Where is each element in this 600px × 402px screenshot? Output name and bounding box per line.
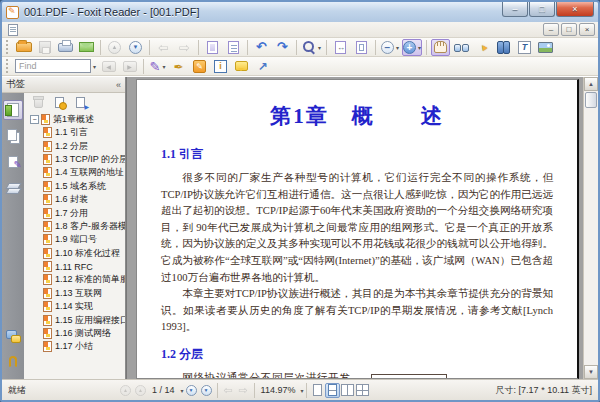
zoom-dropdown-caret[interactable]: ▾ [300,387,303,394]
pencil-tool-button[interactable] [190,58,209,75]
minimize-button[interactable]: – [502,2,528,17]
layout-single-button[interactable] [310,383,325,398]
dropdown-caret[interactable]: ▾ [318,44,321,51]
toolbar-separator [143,59,144,74]
status-back-button [221,383,236,398]
menu-item[interactable] [57,24,69,38]
bookmark-item[interactable]: 1.13 互联网 [43,287,125,300]
dropdown-caret[interactable]: ▾ [162,63,165,70]
bookmark-item[interactable]: 1.3 TCP/IP 的分层 [43,153,125,166]
open-file-button[interactable] [14,39,33,56]
menu-item[interactable] [69,24,81,38]
status-forward-icon [238,385,247,396]
zoom-level-display[interactable]: 114.97% [261,385,296,395]
menu-item[interactable] [81,24,93,38]
attachments-tab-button[interactable] [3,352,23,372]
zoom-in-icon [403,41,416,54]
email-button[interactable] [77,39,96,56]
find-nav-icons [98,58,140,75]
scrollbar-thumb[interactable] [585,92,597,108]
pages-tab-button[interactable] [3,126,23,146]
find-input[interactable] [15,59,91,73]
zoom-in-button[interactable]: ▾ [402,39,422,56]
layout-continuous-facing-icon [356,384,369,396]
scroll-down-arrow[interactable]: ▼ [584,365,598,379]
bookmark-page-icon [43,194,52,205]
zoom-tool-button[interactable]: ▾ [301,39,322,56]
bookmark-item[interactable]: 1.2 分层 [43,139,125,152]
child-close-button[interactable]: × [579,23,595,36]
toolbar-separator [149,40,150,55]
note-tool-button[interactable] [232,58,251,75]
collapse-sidebar-button[interactable]: « [116,80,121,90]
bookmark-item[interactable]: 1.11 RFC [43,260,125,273]
text-viewer-button[interactable] [224,39,243,56]
page-number-display[interactable]: 1 / 14 [152,385,175,395]
toolbar-grip[interactable] [6,40,9,54]
layout-continuous-button[interactable] [325,383,340,398]
hand-tool-button[interactable] [431,39,450,56]
layout-continuous-facing-button[interactable] [355,383,370,398]
child-minimize-button[interactable]: – [543,23,559,36]
snapshot-button[interactable] [536,39,555,56]
collapse-node-icon[interactable]: − [30,115,39,124]
close-button[interactable]: × [556,2,594,17]
find-dropdown-caret[interactable]: ▾ [93,63,96,70]
undo-button[interactable] [252,39,271,56]
comments-tab-button[interactable] [3,326,23,346]
page-up-button [105,39,124,56]
redo-button[interactable] [273,39,292,56]
text-select-button[interactable] [515,39,534,56]
clipboard-view-button[interactable] [203,39,222,56]
bookmark-root[interactable]: − 第1章概述 [30,113,125,126]
page-down-button[interactable] [126,39,145,56]
maximize-button[interactable]: □ [529,2,555,17]
layout-facing-button[interactable] [340,383,355,398]
link-tool-button[interactable] [253,58,272,75]
child-restore-button[interactable]: □ [561,23,577,36]
menu-item[interactable] [45,24,57,38]
bookmark-item[interactable]: 1.17 小结 [43,340,125,353]
toolbar-grip[interactable] [6,59,9,73]
search-button[interactable] [494,39,513,56]
last-page-button[interactable] [199,383,214,398]
fit-page-button[interactable] [352,39,371,56]
vertical-scrollbar[interactable]: ▲ ▼ [583,77,598,379]
print-button[interactable] [56,39,75,56]
dropdown-caret[interactable]: ▾ [396,44,399,51]
typewriter-tool-button[interactable] [211,58,230,75]
layers-tab-button[interactable] [3,178,23,198]
pdf-page[interactable]: 第1章 概 述 1.1 引言 很多不同的厂家生产各种型号的计算机，它们运行完全不… [136,79,579,379]
next-page-button[interactable] [184,383,199,398]
bookmark-actions-button[interactable] [71,95,90,110]
bookmark-item[interactable]: 1.8 客户-服务器模型 [43,220,125,233]
menu-item[interactable] [21,24,33,38]
menu-item[interactable] [33,24,45,38]
menu-item[interactable] [93,24,105,38]
scrollbar-track[interactable] [584,109,598,365]
annotations-tab-button[interactable] [3,152,23,172]
bookmark-item[interactable]: 1.15 应用编程接口 [43,313,125,326]
dropdown-caret[interactable]: ▾ [418,44,421,51]
zoom-out-button[interactable]: ▾ [380,39,400,56]
add-bookmark-button[interactable] [50,95,69,110]
select-tool-button[interactable] [473,39,492,56]
highlight-tool-button[interactable]: ▾ [148,58,167,75]
page-down-icon [129,41,142,54]
bookmark-item[interactable]: 1.12 标准的简单服务 [43,273,125,286]
bookmark-item[interactable]: 1.4 互联网的地址 [43,166,125,179]
bookmark-item[interactable]: 1.7 分用 [43,206,125,219]
bookmark-item[interactable]: 1.5 域名系统 [43,180,125,193]
bookmark-item[interactable]: 1.10 标准化过程 [43,247,125,260]
bookmark-item[interactable]: 1.1 引言 [43,126,125,139]
loupe-tool-button[interactable] [452,39,471,56]
bookmark-item[interactable]: 1.9 端口号 [43,233,125,246]
bookmark-actions-icon [76,97,85,108]
fit-width-button[interactable] [331,39,350,56]
bookmark-item[interactable]: 1.6 封装 [43,193,125,206]
bookmarks-tab-button[interactable] [3,100,23,120]
signature-tool-button[interactable] [169,58,188,75]
bookmark-item[interactable]: 1.16 测试网络 [43,327,125,340]
scroll-up-arrow[interactable]: ▲ [584,77,598,91]
bookmark-item[interactable]: 1.14 实现 [43,300,125,313]
